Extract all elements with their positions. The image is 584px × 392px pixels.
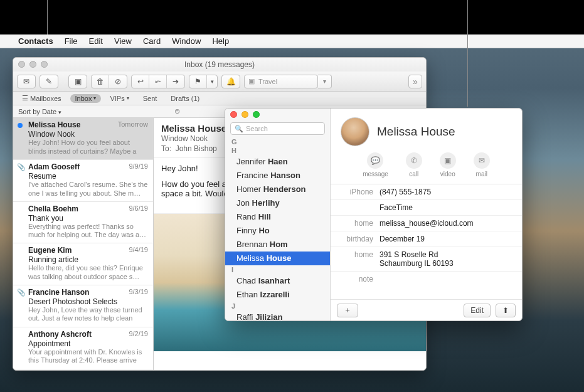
filter-button[interactable]: ⊜ (174, 107, 180, 115)
message-subject: Window Nook (28, 130, 148, 139)
menu-file[interactable]: File (59, 34, 83, 48)
mail-toolbar: ✉︎ ✎ ▣ 🗑 ⊘ ↩ ⤺ ➔ ⚑ ▾ 🔔 ▣ Travel ▾ (13, 72, 426, 92)
contact-list-item[interactable]: Homer Henderson (225, 183, 330, 196)
message-item[interactable]: 📎Francine Hanson9/3/19Desert Photoshoot … (13, 285, 153, 327)
field-value[interactable]: FaceTime (380, 203, 512, 212)
fav-drafts[interactable]: Drafts (1) (166, 94, 204, 103)
mailbox-filter[interactable]: ▣ Travel (244, 75, 318, 88)
contact-field-row: note (331, 272, 522, 287)
contact-last: Haen (268, 157, 288, 166)
contact-first: Melissa (236, 253, 264, 263)
minimize-icon[interactable] (242, 111, 248, 118)
contact-list-item[interactable]: Chad Isanhart (225, 274, 330, 288)
menu-window[interactable]: Window (166, 34, 206, 48)
message-item[interactable]: 📎Adam Gooseff9/9/19ResumeI've attached C… (13, 160, 153, 202)
avatar[interactable] (341, 117, 369, 146)
compose-button[interactable]: ✎ (40, 75, 58, 88)
fav-vips[interactable]: VIPs ▾ (105, 94, 134, 103)
contacts-window: 🔍 Search GHJennifer HaenFrancine HansonH… (225, 108, 523, 321)
contacts-search-input[interactable]: 🔍 Search (230, 122, 325, 135)
archive-button[interactable]: ▣ (68, 75, 87, 88)
field-value[interactable]: 391 S Roselle RdSchaumburg IL 60193 (380, 250, 512, 268)
menu-help[interactable]: Help (206, 34, 235, 48)
message-list[interactable]: Melissa HouseTomorrowWindow NookHey John… (13, 118, 154, 370)
chevron-down-icon: ▾ (127, 95, 129, 101)
contact-last: Hanson (270, 171, 300, 180)
contact-list-item[interactable]: Finny Ho (225, 224, 330, 238)
contact-list-item[interactable]: Melissa House (225, 252, 330, 265)
mute-button[interactable]: 🔔 (221, 75, 240, 88)
zoom-icon[interactable] (41, 61, 48, 68)
field-value[interactable]: melissa_house@icloud.com (380, 219, 512, 228)
message-preview: Hello there, did you see this? Enrique w… (28, 264, 148, 282)
message-date: 9/2/19 (129, 330, 148, 339)
close-icon[interactable] (18, 61, 25, 68)
reply-button[interactable]: ↩ (132, 75, 149, 88)
menu-edit[interactable]: Edit (83, 34, 109, 48)
close-icon[interactable] (230, 111, 237, 118)
contact-last: Isanhart (258, 276, 290, 285)
contact-list-item[interactable]: Rand Hill (225, 210, 330, 224)
message-subject: Thank you (28, 214, 148, 223)
field-value[interactable] (380, 275, 512, 283)
contact-list-item[interactable]: Jon Herlihy (225, 196, 330, 210)
flag-menu-button[interactable]: ▾ (207, 75, 217, 88)
search-icon: 🔍 (235, 125, 243, 133)
message-item[interactable]: Eugene Kim9/4/19Running articleHello the… (13, 243, 153, 285)
toolbar-overflow-button[interactable]: » (408, 75, 422, 88)
delete-button[interactable]: 🗑 (92, 75, 109, 88)
contact-field-row: FaceTime (331, 200, 522, 216)
favorites-bar: ☰ Mailboxes Inbox ▾ VIPs ▾ Sent Drafts (… (13, 92, 426, 105)
message-item[interactable]: 📎Eliza Block8/28/19 (13, 369, 153, 371)
chevron-down-icon: ▾ (211, 78, 214, 85)
message-button[interactable]: 💬 message (363, 152, 388, 177)
call-button[interactable]: ✆ call (406, 152, 422, 177)
add-contact-button[interactable]: ＋ (337, 304, 358, 317)
chevron-down-icon: ▾ (93, 95, 96, 101)
contact-list-item[interactable]: Raffi Jilizian (225, 310, 330, 320)
message-item[interactable]: Chella Boehm9/6/19Thank youEverything wa… (13, 202, 153, 244)
field-value[interactable]: (847) 555-1875 (380, 188, 512, 196)
contact-first: Rand (236, 212, 256, 221)
contact-list-item[interactable]: Jennifer Haen (225, 155, 330, 169)
message-sender: Francine Hanson (28, 288, 89, 297)
message-preview: Hey John! How do you feel about blinds i… (28, 139, 148, 156)
menu-contacts[interactable]: Contacts (13, 34, 59, 48)
sort-button[interactable]: Sort by Date ▾ (18, 108, 61, 115)
message-item[interactable]: Anthony Ashcroft9/2/19AppointmentYour ap… (13, 327, 153, 369)
mailboxes-toggle[interactable]: ☰ Mailboxes (17, 93, 66, 103)
contact-list-item[interactable]: Francine Hanson (225, 169, 330, 183)
field-label: home (341, 250, 380, 268)
fav-inbox[interactable]: Inbox ▾ (70, 94, 102, 103)
junk-button[interactable]: ⊘ (109, 75, 127, 88)
menu-view[interactable]: View (109, 34, 137, 48)
unread-dot-icon (18, 123, 23, 128)
contact-list-item[interactable]: Brennan Hom (225, 238, 330, 252)
fav-sent[interactable]: Sent (138, 94, 162, 103)
edit-button[interactable]: Edit (464, 304, 491, 317)
to-label: To: (161, 144, 171, 153)
message-preview: Hey John, Love the way these turned out.… (28, 306, 148, 324)
message-item[interactable]: Melissa HouseTomorrowWindow NookHey John… (13, 118, 153, 160)
field-label: iPhone (341, 188, 380, 196)
mail-button[interactable]: ✉︎ mail (474, 152, 490, 177)
minimize-icon[interactable] (29, 61, 36, 68)
mailbox-filter-dropdown[interactable]: ▾ (318, 75, 332, 88)
video-button[interactable]: ▣ video (440, 152, 456, 177)
contact-last: Herlihy (252, 198, 280, 208)
menu-card[interactable]: Card (137, 34, 166, 48)
contact-field-row: home391 S Roselle RdSchaumburg IL 60193 (331, 247, 522, 272)
contact-list-item[interactable]: Ethan Izzarelli (225, 288, 330, 302)
share-button[interactable]: ⬆︎ (496, 304, 516, 317)
zoom-icon[interactable] (253, 111, 260, 118)
forward-button[interactable]: ➔ (167, 75, 184, 88)
field-label: note (341, 275, 380, 283)
message-date: 9/6/19 (129, 204, 148, 213)
compose-icon: ✎ (46, 77, 52, 86)
flag-button[interactable]: ⚑ (189, 75, 207, 88)
contact-last: Jilizian (255, 312, 282, 320)
get-mail-button[interactable]: ✉︎ (17, 75, 36, 88)
field-value[interactable]: December 19 (380, 235, 512, 243)
contact-last: Izzarelli (260, 290, 290, 299)
reply-all-button[interactable]: ⤺ (149, 75, 167, 88)
